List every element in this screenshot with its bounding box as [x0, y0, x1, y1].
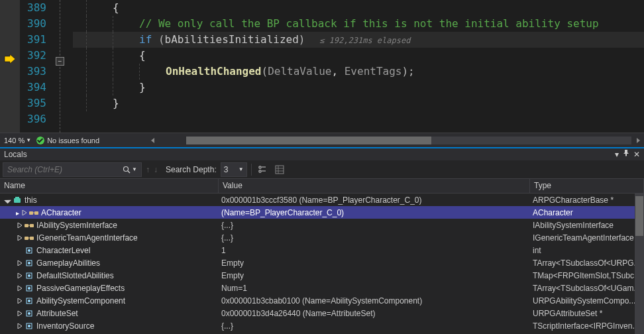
- variable-row[interactable]: ◢this0x000001b3cccf3580 (Name=BP_PlayerC…: [0, 194, 644, 206]
- list-view-icon[interactable]: [273, 163, 286, 176]
- code-line[interactable]: // We only call the BP callback if this …: [73, 16, 644, 32]
- search-depth-input[interactable]: 3 ▼: [221, 162, 247, 177]
- scrollbar-thumb[interactable]: [186, 137, 431, 144]
- field-icon: [25, 258, 34, 268]
- variable-row[interactable]: IAbilitySystemInterface{...}IAbilitySyst…: [0, 219, 644, 231]
- expand-icon[interactable]: [16, 234, 23, 241]
- variable-type: TMap<FRPGItemSlot,TSubc...: [530, 271, 644, 280]
- expand-icon[interactable]: [16, 259, 23, 266]
- variable-row[interactable]: GameplayAbilitiesEmptyTArray<TSubclassOf…: [0, 256, 644, 269]
- variable-name: AbilitySystemComponent: [36, 296, 125, 306]
- svg-rect-6: [34, 211, 38, 215]
- code-line[interactable]: }: [73, 80, 644, 95]
- expand-icon[interactable]: [16, 309, 23, 317]
- variable-value[interactable]: Num=1: [219, 284, 530, 293]
- execution-pointer-icon: [4, 54, 16, 66]
- variable-row[interactable]: AttributeSet0x000001b3d4a26440 (Name=Att…: [0, 307, 644, 319]
- variable-name: DefaultSlottedAbilities: [36, 271, 114, 280]
- code-line[interactable]: {: [73, 0, 644, 16]
- code-line[interactable]: }: [73, 95, 644, 111]
- vertical-scrollbar[interactable]: [635, 194, 644, 334]
- search-icon[interactable]: ▼: [123, 166, 137, 174]
- expand-icon[interactable]: [16, 322, 23, 329]
- expand-icon[interactable]: [16, 284, 23, 292]
- variable-row[interactable]: ACharacter(Name=BP_PlayerCharacter_C_0)A…: [0, 206, 644, 219]
- variable-row[interactable]: PassiveGameplayEffectsNum=1TArray<TSubcl…: [0, 282, 644, 294]
- variable-value[interactable]: Empty: [219, 258, 530, 268]
- locals-panel-header[interactable]: Locals ▾ ✕: [0, 147, 644, 160]
- code-line[interactable]: [73, 111, 644, 127]
- code-line[interactable]: OnHealthChanged(DeltaValue, EventTags);: [73, 64, 644, 80]
- variable-row[interactable]: CharacterLevel1int: [0, 244, 644, 256]
- search-box[interactable]: ▼: [3, 162, 142, 177]
- locals-grid-body[interactable]: ◢this0x000001b3cccf3580 (Name=BP_PlayerC…: [0, 194, 644, 334]
- code-text[interactable]: {// We only call the BP callback if this…: [73, 0, 644, 133]
- variable-value[interactable]: (Name=BP_PlayerCharacter_C_0): [219, 208, 530, 217]
- search-next-icon[interactable]: ↓: [154, 165, 158, 174]
- issues-status[interactable]: No issues found: [36, 137, 99, 144]
- field-icon: [25, 284, 34, 293]
- variable-value[interactable]: 0x000001b3cccf3580 (Name=BP_PlayerCharac…: [219, 195, 530, 205]
- variable-value[interactable]: {...}: [219, 233, 530, 243]
- column-name[interactable]: Name: [0, 179, 219, 193]
- line-number: 390: [20, 16, 46, 32]
- base-icon: [25, 221, 34, 230]
- search-input[interactable]: [7, 165, 107, 174]
- search-depth-label: Search Depth:: [166, 165, 217, 174]
- variable-type: ACharacter: [530, 208, 644, 217]
- svg-line-1: [128, 171, 130, 173]
- fold-toggle[interactable]: −: [56, 57, 64, 66]
- expand-icon[interactable]: [16, 221, 23, 229]
- window-position-icon[interactable]: ▾: [615, 150, 619, 159]
- collapse-icon[interactable]: ◢: [4, 196, 11, 203]
- code-line[interactable]: {: [73, 48, 644, 64]
- locals-toolbar: ▼ ↑ ↓ Search Depth: 3 ▼: [0, 160, 644, 179]
- variable-value[interactable]: {...}: [219, 221, 530, 230]
- code-line[interactable]: if (bAbilitiesInitialized) ≤ 192,231ms e…: [73, 32, 644, 48]
- tree-view-icon[interactable]: [256, 163, 269, 176]
- outlining-margin[interactable]: −: [53, 0, 73, 133]
- locals-grid-header[interactable]: Name Value Type: [0, 179, 644, 194]
- zoom-level[interactable]: 140 % ▼: [4, 137, 31, 144]
- code-editor[interactable]: 389390391392393394395396 − {// We only c…: [0, 0, 644, 133]
- pin-icon[interactable]: [623, 150, 629, 159]
- column-value[interactable]: Value: [219, 179, 530, 193]
- glyph-margin[interactable]: [0, 0, 20, 133]
- svg-rect-8: [25, 224, 28, 227]
- field-icon: [25, 296, 34, 306]
- base-icon: [29, 208, 38, 217]
- variable-name: GameplayAbilities: [36, 258, 100, 268]
- line-number: 396: [20, 111, 46, 127]
- variable-value[interactable]: 0x000001b3d4a26440 (Name=AttributeSet): [219, 309, 530, 318]
- variable-row[interactable]: AbilitySystemComponent0x000001b3cbab0100…: [0, 294, 644, 307]
- variable-type: TArray<TSubclassOf<UGam...: [530, 284, 644, 293]
- chevron-down-icon[interactable]: ▼: [26, 137, 31, 143]
- expand-icon[interactable]: [16, 297, 23, 304]
- scrollbar-thumb[interactable]: [635, 196, 643, 236]
- expand-icon[interactable]: [21, 209, 28, 216]
- variable-row[interactable]: IGenericTeamAgentInterface{...}IGenericT…: [0, 231, 644, 244]
- variable-name: ACharacter: [41, 208, 81, 217]
- variable-name: AttributeSet: [36, 309, 78, 318]
- variable-value[interactable]: 1: [219, 246, 530, 255]
- variable-name: InventorySource: [36, 321, 94, 331]
- base-icon: [25, 233, 34, 243]
- chevron-down-icon[interactable]: ▼: [239, 166, 244, 172]
- class-icon: [13, 195, 22, 205]
- variable-value[interactable]: Empty: [219, 271, 530, 280]
- horizontal-scrollbar[interactable]: [186, 137, 631, 144]
- column-type[interactable]: Type: [530, 179, 644, 193]
- line-number: 395: [20, 95, 46, 111]
- variable-value[interactable]: {...}: [219, 321, 530, 331]
- svg-rect-5: [29, 211, 33, 215]
- close-icon[interactable]: ✕: [633, 150, 640, 159]
- scroll-right-icon[interactable]: [637, 138, 640, 143]
- search-prev-icon[interactable]: ↑: [146, 165, 150, 174]
- variable-row[interactable]: DefaultSlottedAbilitiesEmptyTMap<FRPGIte…: [0, 269, 644, 282]
- field-icon: [25, 321, 34, 331]
- current-row-indicator-icon: [16, 208, 21, 217]
- expand-icon[interactable]: [16, 272, 23, 279]
- variable-row[interactable]: InventorySource{...}TScriptInterface<IRP…: [0, 319, 644, 332]
- variable-value[interactable]: 0x000001b3cbab0100 (Name=AbilitySystemCo…: [219, 296, 530, 306]
- scroll-left-icon[interactable]: [151, 138, 154, 143]
